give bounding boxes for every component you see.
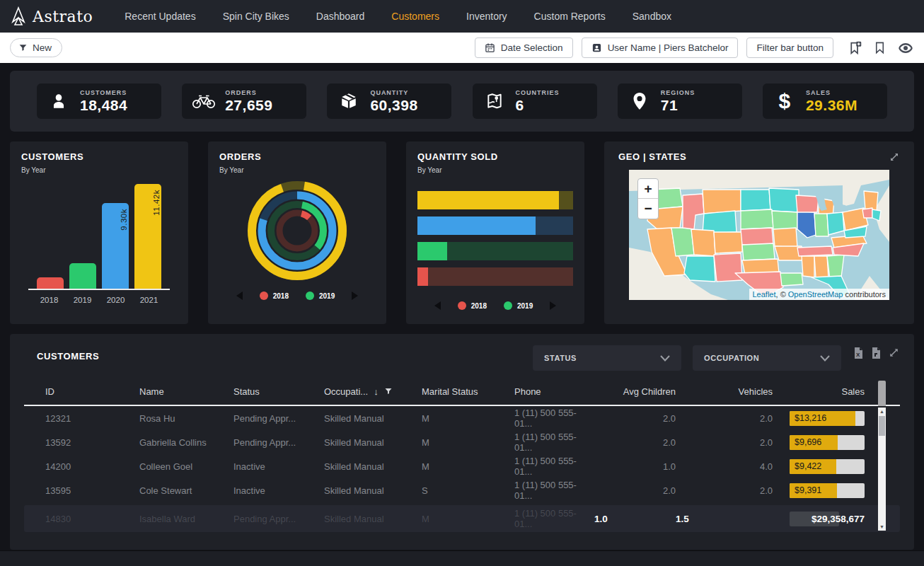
osm-link[interactable]: OpenStreetMap [788,290,843,299]
status-filter-label: STATUS [544,354,577,362]
legend-label: 2019 [319,292,335,300]
kpi-value: 60,398 [370,97,417,114]
bar-value-label: 9.30k [120,209,128,231]
bar-2019[interactable] [69,263,96,289]
date-selection-label: Date Selection [501,42,563,53]
bookmark-add-icon[interactable] [848,40,862,55]
sales-bar: $13,216 [790,411,865,426]
map-zoom-in-button[interactable]: + [638,179,658,199]
dashboard-app: Astrato Recent Updates Spin City Bikes D… [0,0,924,566]
top-nav: Astrato Recent Updates Spin City Bikes D… [0,0,924,33]
kpi-regions: REGIONS71 [618,83,742,119]
bar-2020[interactable]: 9.30k [102,203,129,289]
nav-item-custom-reports[interactable]: Custom Reports [534,11,606,22]
x-tick: 2019 [66,296,99,304]
chart-title: CUSTOMERS [21,151,177,162]
scroll-up-icon[interactable]: ▲ [878,409,886,414]
nav-item-dashboard[interactable]: Dashboard [316,11,365,22]
table-row[interactable]: 14200Colleen GoelInactiveSkilled ManualM… [24,454,900,478]
table-title: CUSTOMERS [37,351,99,362]
legend-prev-icon[interactable] [236,291,243,300]
hbar-2020[interactable] [417,216,573,235]
legend-item-2019[interactable]: 2019 [504,301,533,310]
kpi-label: SALES [806,89,857,96]
scrollbar-thumb[interactable] [879,416,885,436]
filter-bar-button[interactable]: Filter bar button [746,37,833,58]
person-icon [50,92,68,110]
leaflet-link[interactable]: Leaflet [753,290,776,299]
bar-2021[interactable]: 11.42k [134,184,161,289]
nav-item-inventory[interactable]: Inventory [466,11,507,22]
export-excel-icon[interactable]: X [853,347,864,359]
occupation-filter-label: OCCUPATION [704,354,759,362]
hbar-2021[interactable] [417,191,573,209]
astrato-logo[interactable]: Astrato [10,6,93,26]
legend-next-icon[interactable] [550,301,556,310]
table-row[interactable]: 13592Gabriella CollinsPending Appr...Ski… [24,430,900,454]
orders-by-year-panel: ORDERS By Year 201 [208,142,386,324]
date-selection-button[interactable]: Date Selection [475,37,573,58]
kpi-orders: ORDERS27,659 [182,83,306,119]
table-row[interactable]: 13595Cole StewartInactiveSkilled ManualS… [24,478,900,502]
table-scrollbar[interactable]: ▲ ▼ [878,381,886,531]
scroll-down-icon[interactable]: ▼ [878,524,886,529]
contact-card-icon [591,42,602,53]
chart-subtitle: By Year [21,166,177,174]
col-sales[interactable]: Sales [773,386,865,397]
kpi-strip: CUSTOMERS18,484 ORDERS27,659 QUANTITY60,… [10,71,914,132]
filter-toolbar: New Date Selection User Name | Piers Bat… [0,33,924,63]
pin-icon [631,92,648,110]
astrato-logo-icon [10,6,27,26]
col-avg-children[interactable]: Avg Children [594,386,676,397]
nav-item-customers[interactable]: Customers [391,11,439,22]
column-filter-icon[interactable] [384,387,393,395]
col-phone[interactable]: Phone [514,386,594,397]
geo-states-panel: GEO | STATES + − [604,142,914,324]
new-filter-chip[interactable]: New [10,38,62,57]
legend-prev-icon[interactable] [434,301,441,310]
kpi-countries: COUNTRIES6 [473,83,597,119]
map-zoom-out-button[interactable]: − [638,199,658,219]
expand-icon[interactable] [889,151,900,163]
table-row[interactable]: 12321Rosa HuPending Appr...Skilled Manua… [24,406,900,430]
col-id[interactable]: ID [45,386,139,397]
legend-next-icon[interactable] [352,291,358,300]
kpi-value: 6 [516,97,560,114]
export-file-icon[interactable] [870,347,882,359]
scrollbar-track[interactable]: ▲ ▼ [878,408,886,531]
status-filter-dropdown[interactable]: STATUS [533,345,681,371]
eye-icon[interactable] [897,40,914,57]
col-status[interactable]: Status [233,386,324,397]
nav-item-recent-updates[interactable]: Recent Updates [125,11,195,22]
hbar-2019[interactable] [417,242,573,260]
bicycle-icon [192,92,216,110]
kpi-quantity: QUANTITY60,398 [327,83,451,119]
kpi-sales: $ SALES29.36M [763,83,887,119]
legend-item-2018[interactable]: 2018 [458,301,487,310]
user-name-button[interactable]: User Name | Piers Batchelor [582,37,739,58]
bar-2018[interactable] [37,277,64,289]
orders-radial-chart[interactable] [242,175,352,286]
occupation-filter-dropdown[interactable]: OCCUPATION [693,345,841,371]
box-icon [340,92,358,110]
nav-item-sandbox[interactable]: Sandbox [633,11,671,22]
kpi-value: 71 [661,97,695,114]
table-expand-icon[interactable] [888,347,900,359]
col-occupation[interactable]: Occupati... ↓ [324,386,422,397]
sort-desc-icon[interactable]: ↓ [374,386,379,397]
sales-bar: $9,391 [790,483,865,498]
col-marital-status[interactable]: Marital Status [422,386,514,397]
kpi-label: COUNTRIES [516,89,560,96]
legend-item-2018[interactable]: 2018 [260,291,289,300]
customers-by-year-panel: CUSTOMERS By Year 9.30k 11.42k 2 [10,142,188,324]
new-chip-label: New [33,42,52,53]
col-name[interactable]: Name [139,386,233,397]
legend-item-2019[interactable]: 2019 [306,291,335,300]
usa-states-map[interactable]: + − [629,170,889,300]
hbar-2018[interactable] [417,267,573,286]
legend-dot [458,301,466,310]
table-totals-row: 14830Isabella WardPending Appr...Skilled… [24,505,900,532]
bookmark-icon[interactable] [873,41,887,54]
col-vehicles[interactable]: Vehicles [676,386,773,397]
nav-item-spin-city-bikes[interactable]: Spin City Bikes [223,11,289,22]
